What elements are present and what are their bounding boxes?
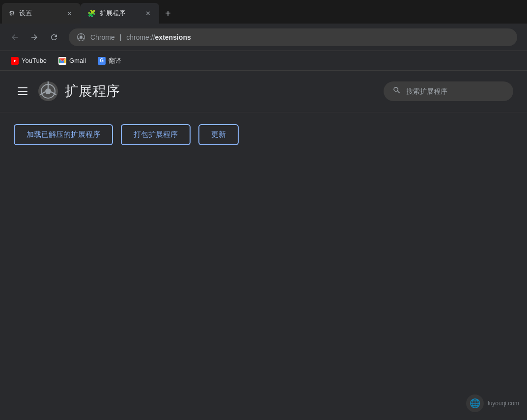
gmail-favicon (58, 57, 66, 65)
search-icon (392, 86, 401, 97)
hamburger-line-2 (18, 91, 28, 92)
developer-toolbar: 加载已解压的扩展程序 打包扩展程序 更新 (0, 112, 527, 157)
pack-extension-button[interactable]: 打包扩展程序 (121, 124, 191, 145)
address-text: Chrome | chrome://extensions (90, 33, 191, 41)
gear-icon: ⚙ (9, 9, 15, 17)
bookmarks-bar: YouTube Gmail G 翻译 (0, 51, 527, 71)
watermark-logo: 🌐 (466, 394, 484, 412)
nav-bar: Chrome | chrome://extensions (0, 24, 527, 51)
hamburger-line-1 (18, 87, 28, 88)
tab-bar: ⚙ 设置 ✕ 🧩 扩展程序 ✕ + (0, 0, 527, 24)
watermark-icon: 🌐 (470, 398, 480, 409)
watermark: 🌐 luyouqi.com (466, 394, 519, 412)
svg-marker-5 (14, 59, 16, 62)
hamburger-line-3 (18, 94, 28, 95)
address-path: extensions (155, 33, 191, 41)
new-tab-button[interactable]: + (159, 4, 177, 22)
bookmark-youtube[interactable]: YouTube (6, 55, 52, 67)
load-unpacked-button[interactable]: 加载已解压的扩展程序 (14, 124, 113, 145)
back-button[interactable] (6, 28, 24, 46)
svg-point-1 (80, 36, 83, 39)
bookmark-gmail-label: Gmail (69, 57, 86, 64)
extensions-search-input[interactable] (406, 87, 504, 95)
translate-favicon: G (98, 57, 106, 65)
tab-settings[interactable]: ⚙ 设置 ✕ (2, 3, 81, 24)
bookmark-translate[interactable]: G 翻译 (93, 54, 126, 67)
tab-settings-close[interactable]: ✕ (65, 9, 74, 18)
tab-settings-label: 设置 (19, 9, 32, 18)
youtube-favicon (11, 57, 19, 65)
address-protocol: chrome:// (126, 33, 155, 41)
extensions-chrome-logo (37, 80, 59, 102)
tab-extensions[interactable]: 🧩 扩展程序 ✕ (81, 3, 159, 24)
address-chrome-part: Chrome (90, 33, 115, 41)
address-bar[interactable]: Chrome | chrome://extensions (69, 28, 517, 46)
extensions-top-bar: 扩展程序 (0, 71, 527, 112)
bookmark-youtube-label: YouTube (22, 57, 47, 64)
tab-extensions-label: 扩展程序 (100, 9, 125, 18)
update-button[interactable]: 更新 (198, 124, 239, 145)
extensions-search[interactable] (384, 81, 513, 101)
chrome-logo-icon (77, 33, 85, 42)
extensions-page: 扩展程序 加载已解压的扩展程序 打包扩展程序 更新 (0, 71, 527, 420)
extensions-menu-button[interactable] (14, 82, 31, 100)
watermark-text: luyouqi.com (488, 400, 519, 407)
bookmark-gmail[interactable]: Gmail (54, 55, 91, 67)
svg-point-8 (45, 88, 51, 94)
svg-line-3 (83, 38, 84, 39)
reload-button[interactable] (45, 28, 63, 46)
puzzle-icon: 🧩 (87, 9, 96, 17)
svg-line-4 (78, 38, 80, 39)
bookmark-translate-label: 翻译 (109, 56, 121, 65)
extensions-title: 扩展程序 (65, 82, 378, 101)
forward-button[interactable] (26, 28, 43, 46)
tab-extensions-close[interactable]: ✕ (143, 9, 152, 18)
address-separator: | (120, 33, 124, 41)
